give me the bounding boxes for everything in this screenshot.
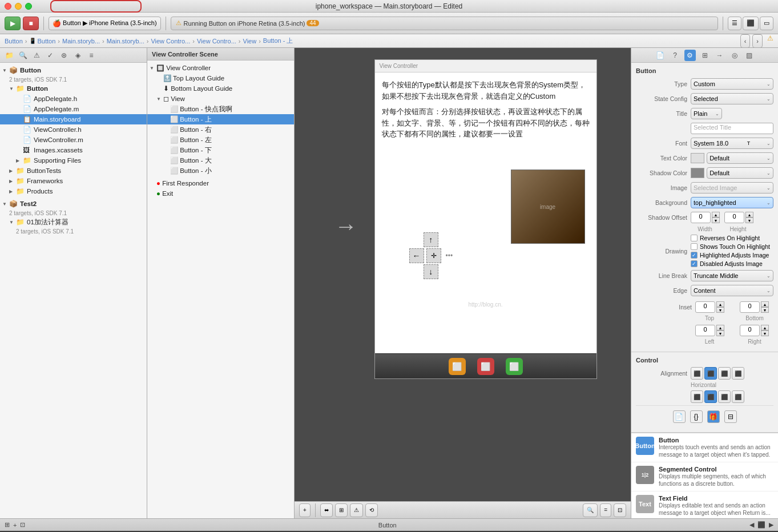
shadow-height-up[interactable]: ▲ — [745, 212, 753, 217]
size-tab[interactable]: ⊞ — [699, 50, 711, 61]
scene-button-quickclick[interactable]: ⬜ Button - 快点我啊 — [147, 104, 294, 114]
inset-right-down[interactable]: ▼ — [761, 331, 769, 336]
content-icon-4[interactable]: ⊟ — [724, 410, 737, 423]
shadow-color-swatch[interactable] — [691, 168, 704, 178]
scene-first-responder[interactable]: ● First Responder — [147, 178, 294, 188]
inset-left-input[interactable]: 0 — [695, 325, 715, 336]
breadcrumb-8[interactable]: Button - 上 — [263, 37, 293, 45]
debug-toggle[interactable]: ⬛ — [743, 17, 759, 30]
scene-bottom-layout[interactable]: ⬇ Bottom Layout Guide — [147, 83, 294, 94]
valign-fill-btn[interactable]: ⬛ — [732, 390, 744, 403]
tree-appdelegate-h[interactable]: 📄AppDelegate.h — [0, 94, 147, 104]
align-center-btn[interactable]: ⬛ — [704, 367, 717, 380]
content-icon-1[interactable]: 📄 — [673, 410, 686, 423]
resolve-btn[interactable]: ⟲ — [365, 503, 378, 517]
up-button[interactable]: ↑ — [424, 232, 438, 247]
background-select[interactable]: top_highlighted ⌄ — [691, 197, 773, 208]
inset-right-up[interactable]: ▲ — [761, 325, 769, 331]
reverses-checkbox[interactable] — [691, 235, 698, 241]
issues-btn[interactable]: ⚠ — [350, 503, 363, 517]
tree-supporting-files[interactable]: ▶ 📁Supporting Files — [0, 155, 147, 166]
folder-icon[interactable]: 📁 — [3, 50, 15, 61]
type-select[interactable]: Custom ⌄ — [691, 78, 773, 90]
inset-top-up[interactable]: ▲ — [716, 301, 724, 307]
shadow-color-select[interactable]: Default ⌄ — [707, 167, 773, 179]
tree-button-group[interactable]: ▼ 📦 Button — [0, 65, 147, 75]
fit-btn[interactable]: = — [600, 503, 611, 517]
add-constraint-btn[interactable]: + — [299, 503, 311, 517]
minimize-button[interactable] — [15, 3, 22, 10]
inset-bottom-down[interactable]: ▼ — [761, 307, 769, 313]
quick-help-tab[interactable]: ? — [670, 50, 681, 61]
zoom-btn[interactable]: 🔍 — [583, 503, 598, 517]
inset-top-down[interactable]: ▼ — [716, 307, 724, 313]
tree-viewcontroller-m[interactable]: 📄ViewController.m — [0, 135, 147, 145]
align-fill-btn[interactable]: ⬛ — [732, 367, 744, 380]
maximize-button[interactable] — [25, 3, 32, 10]
shadow-height-down[interactable]: ▼ — [745, 217, 753, 223]
highlighted-checkbox[interactable]: ✓ — [691, 252, 698, 259]
bottom-right-icon-2[interactable]: ⬛ — [757, 521, 765, 529]
breadcrumb-2[interactable]: Button — [37, 38, 55, 45]
text-color-select[interactable]: Default ⌄ — [707, 152, 773, 164]
valign-top-btn[interactable]: ⬛ — [691, 390, 703, 403]
bottom-right-icon-1[interactable]: ◀ — [749, 521, 754, 529]
inspector-toggle[interactable]: ▭ — [760, 17, 773, 30]
scene-button-down[interactable]: ⬜ Button - 下 — [147, 145, 294, 155]
title-select[interactable]: Plain ⌄ — [691, 108, 722, 119]
close-button[interactable] — [5, 3, 11, 10]
bottom-right-icon-3[interactable]: ▶ — [769, 521, 773, 529]
run-button[interactable]: ▶ — [5, 17, 21, 30]
scheme-selector[interactable]: 🍎 Button ▶ iPhone Retina (3.5-inch) — [49, 17, 161, 30]
search-icon[interactable]: 🔍 — [17, 50, 29, 61]
tree-main-storyboard[interactable]: 📋Main.storyboard — [0, 114, 147, 124]
scene-button-small[interactable]: ⬜ Button - 小 — [147, 166, 294, 176]
bindings-tab[interactable]: ◎ — [729, 50, 740, 61]
edge-select[interactable]: Content ⌄ — [691, 285, 773, 296]
left-button[interactable]: ← — [409, 248, 424, 263]
shadow-height-input[interactable]: 0 — [724, 212, 744, 223]
inset-left-up[interactable]: ▲ — [716, 325, 724, 331]
window-controls[interactable] — [5, 3, 32, 10]
scene-top-layout[interactable]: 🔝 Top Layout Guide — [147, 73, 294, 83]
git-icon[interactable]: ⊛ — [58, 50, 70, 61]
warning-nav-icon[interactable]: ⚠ — [31, 50, 42, 61]
content-icon-2[interactable]: {} — [690, 410, 703, 423]
scene-button-left[interactable]: ⬜ Button - 左 — [147, 135, 294, 145]
align-left-btn[interactable]: ⬛ — [691, 367, 703, 380]
scene-viewcontroller[interactable]: ▼ 🔲 View Controller — [147, 63, 294, 73]
bottom-icon-1[interactable]: ⊞ — [5, 521, 10, 529]
navigator-toggle[interactable]: ☰ — [728, 17, 741, 30]
forward-button[interactable]: › — [752, 34, 763, 48]
attributes-tab[interactable]: ⚙ — [684, 50, 696, 61]
green-sim-btn[interactable]: ⬜ — [506, 358, 523, 375]
tree-test2-group[interactable]: ▼ 📦 Test2 — [0, 199, 147, 209]
file-inspector-tab[interactable]: 📄 — [655, 50, 666, 61]
breadcrumb-1[interactable]: Button — [5, 38, 23, 45]
tree-images-xcassets[interactable]: 🖼Images.xcassets — [0, 145, 147, 155]
valign-middle-btn[interactable]: ⬛ — [704, 390, 717, 403]
shadow-width-down[interactable]: ▼ — [712, 217, 720, 223]
image-select[interactable]: Selected Image ⌄ — [691, 182, 773, 194]
breadcrumb-7[interactable]: View — [243, 38, 257, 45]
back-button[interactable]: ‹ — [740, 34, 751, 48]
tree-button-tests[interactable]: ▶ 📁ButtonTests — [0, 166, 147, 176]
disabled-checkbox[interactable]: ✓ — [691, 260, 698, 267]
storyboard-canvas[interactable]: → View Controller 每个按钮的Type默认都是按下去出现灰色背景… — [295, 48, 631, 501]
title-text-input[interactable]: Selected Title — [691, 123, 773, 134]
inset-right-input[interactable]: 0 — [740, 325, 760, 336]
breadcrumb-3[interactable]: Main.storyb... — [62, 38, 100, 45]
bottom-icon-2[interactable]: + — [13, 522, 17, 529]
log-icon[interactable]: ≡ — [86, 50, 97, 61]
shows-touch-checkbox[interactable] — [691, 243, 698, 250]
scene-view[interactable]: ▼ ◻ View — [147, 94, 294, 104]
stop-sim-btn[interactable]: ⬜ — [449, 358, 466, 375]
scene-exit[interactable]: ● Exit — [147, 188, 294, 199]
scene-button-top[interactable]: ⬜ Button - 上 — [147, 114, 294, 124]
stop-button[interactable]: ■ — [23, 17, 39, 30]
inset-top-input[interactable]: 0 — [695, 301, 715, 313]
align-right-btn[interactable]: ⬛ — [718, 367, 731, 380]
valign-bottom-btn[interactable]: ⬛ — [718, 390, 731, 403]
content-icon-3[interactable]: 🎁 — [707, 410, 720, 423]
zoom-fit-btn[interactable]: ⊡ — [614, 503, 626, 517]
